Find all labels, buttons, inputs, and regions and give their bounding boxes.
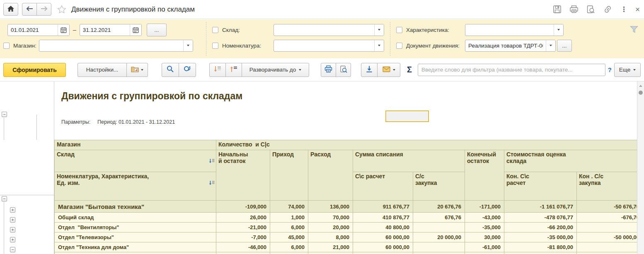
header-stock-valuation[interactable]: Стоимостная оценка склада [504,150,637,172]
cell-inflow[interactable]: 74,000 [270,201,308,213]
header-qty-cost[interactable]: Количество и С|с [216,140,637,150]
cell-outflow[interactable]: 8,000 [308,232,353,242]
home-button[interactable] [3,3,18,16]
cell-closing-calc[interactable]: -500 000,00 [504,252,577,254]
cell-writeoff-purchase[interactable]: 20 676,76 [413,201,465,213]
chevron-down-icon[interactable] [183,40,193,51]
header-writeoff-total[interactable]: Сумма списания [353,150,465,172]
cell-closing[interactable]: -62,000 [465,252,504,254]
warehouse-input[interactable] [274,24,374,36]
chevron-down-icon[interactable] [374,40,384,51]
cell-outflow[interactable]: 21,000 [308,242,353,252]
print-button[interactable] [321,63,336,77]
cell-writeoff-purchase[interactable]: 676,76 [413,213,465,223]
print-preview-button[interactable] [336,63,351,77]
cell-closing-purchase[interactable]: -676,76 [577,213,637,223]
preview-icon[interactable] [586,5,595,14]
cell-inflow[interactable]: 16,000 [270,252,308,254]
expand-row-button[interactable] [10,207,15,213]
vertical-scrollbar[interactable] [637,81,644,254]
report-title[interactable]: Движения с группировкой по складам [61,91,242,102]
sort-descending-icon[interactable] [186,174,215,194]
generate-button[interactable]: Сформировать [3,63,66,77]
cell-closing[interactable]: 30,000 [465,232,504,242]
header-closing-cost-purchase[interactable]: Кон . С/с закупка [577,172,637,201]
header-opening-balance[interactable]: Начальны й остаток [216,150,270,201]
cell-writeoff-purchase[interactable] [413,242,465,252]
cell-closing[interactable]: -43,000 [465,213,504,223]
expand-all-button[interactable] [209,63,226,77]
cell-closing-purchase[interactable] [577,252,637,254]
cell-closing-calc[interactable]: -35 000,00 [504,232,577,242]
save-icon[interactable] [553,5,562,14]
cell-closing-purchase[interactable] [577,223,637,232]
row-label-cell[interactable]: Магазин "Бытовая техника" [55,201,216,213]
chevron-down-icon[interactable] [374,24,384,36]
cell-writeoff-calc[interactable]: 410 876,77 [353,213,413,223]
collapse-all-button[interactable] [225,63,242,77]
send-email-button[interactable] [377,63,400,77]
cell-closing-calc[interactable]: -81 800,00 [504,242,577,252]
calendar-icon[interactable] [58,24,69,36]
cell-closing[interactable]: -35,000 [465,223,504,232]
cell-outflow[interactable]: 17,000 [308,252,353,254]
search-button[interactable] [162,63,179,77]
favorite-star-icon[interactable] [57,5,66,14]
sum-sigma-button[interactable]: Σ [407,65,412,74]
collapse-group-button[interactable] [2,196,7,201]
report-parameters[interactable]: Параметры:Период: 01.01.2021 - 31.12.202… [61,119,175,125]
header-closing-cost-calc[interactable]: Кон. С\с расчет [504,172,577,201]
cell-opening[interactable]: -46,000 [216,242,270,252]
expand-row-button[interactable] [10,227,15,232]
row-label-cell[interactable]: Отдел "Холодильники" [55,252,216,254]
link-icon[interactable] [603,5,613,14]
cell-writeoff-purchase[interactable] [413,252,465,254]
nomenclature-checkbox[interactable] [212,43,218,49]
report-variants-button[interactable] [126,63,148,77]
close-icon[interactable]: × [635,5,640,13]
characteristic-input[interactable] [465,24,554,36]
settings-button[interactable]: Настройки... [77,63,127,77]
header-cost-calc[interactable]: С\с расчет [353,172,413,201]
movement-doc-input[interactable] [465,40,546,51]
header-store[interactable]: Магазин [55,140,216,150]
row-label-cell[interactable]: Отдел "Техника для дома" [55,242,216,252]
selected-cell[interactable] [385,110,429,122]
cell-writeoff-calc[interactable]: 60 000,00 [353,232,413,242]
cell-closing[interactable]: -171,000 [465,201,504,213]
store-input[interactable] [39,40,183,51]
scroll-up-icon[interactable] [639,85,642,87]
cell-inflow[interactable]: 6,000 [270,242,308,252]
save-file-button[interactable] [361,63,378,77]
search-next-button[interactable] [179,63,196,77]
cell-inflow[interactable]: 6,000 [270,223,308,232]
cell-opening[interactable]: -21,000 [216,223,270,232]
header-outflow[interactable]: Расход [308,150,353,201]
movement-doc-more-button[interactable]: ... [557,40,572,52]
cell-opening[interactable]: 26,000 [216,213,270,223]
cell-inflow[interactable]: 45,000 [270,232,308,242]
cell-writeoff-calc[interactable]: 340 000,00 [353,252,413,254]
cell-writeoff-calc[interactable]: 40 800,00 [353,223,413,232]
warehouse-checkbox[interactable] [212,27,218,33]
cell-inflow[interactable]: 1,000 [270,213,308,223]
filter-funnel-icon[interactable] [630,26,638,35]
cell-writeoff-calc[interactable]: 60 000,00 [353,242,413,252]
chevron-down-icon[interactable] [554,24,563,36]
quick-filter-input[interactable] [418,64,605,76]
date-to-input[interactable] [80,24,130,36]
cell-closing-calc[interactable]: -66 200,00 [504,223,577,232]
more-actions-button[interactable]: Еще [614,63,641,77]
expand-row-button[interactable] [10,237,15,242]
cell-writeoff-calc[interactable]: 911 676,77 [353,201,413,213]
store-checkbox[interactable] [3,43,10,49]
collapse-section-button[interactable] [2,112,7,117]
header-nomenclature[interactable]: Номенклатура, Характеристика, Ед. изм. [55,172,216,201]
header-inflow[interactable]: Приход [270,150,308,201]
back-button[interactable] [22,3,37,16]
header-cost-purchase[interactable]: С/с закупка [413,172,465,201]
scrollbar-thumb[interactable] [639,91,643,95]
cell-closing-purchase[interactable] [577,242,637,252]
cell-opening[interactable]: -7,000 [216,232,270,242]
chevron-down-icon[interactable] [546,40,555,51]
